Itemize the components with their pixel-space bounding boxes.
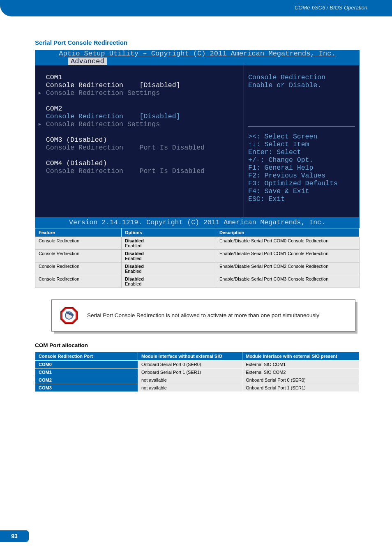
- cell-feature: Console Redirection: [35, 250, 122, 263]
- cell-port: COM1: [35, 368, 138, 376]
- com2-cr-value[interactable]: [Disabled]: [140, 113, 180, 120]
- bios-key-hint: ESC: Exit: [248, 195, 355, 203]
- com1-cr-settings[interactable]: Console Redirection Settings: [46, 89, 160, 97]
- table-row: COM0 Onboard Serial Port 0 (SER0) Extern…: [35, 361, 360, 368]
- options-table: Feature Options Description Console Redi…: [35, 228, 360, 288]
- bios-key-hint: +/-: Change Opt.: [248, 156, 355, 164]
- bios-screenshot: Aptio Setup Utility – Copyright (C) 2011…: [35, 50, 360, 217]
- com1-console-redirection[interactable]: Console Redirection: [46, 81, 123, 89]
- options-th-feature: Feature: [35, 228, 122, 237]
- cell-ext: External SIO COM2: [242, 368, 360, 376]
- note-box: Serial Port Console Redirection is not a…: [51, 299, 355, 332]
- bios-key-hint: F2: Previous Values: [248, 172, 355, 180]
- page-number: 93: [0, 530, 29, 542]
- alloc-th-ext: Module Interface with external SIO prese…: [242, 352, 360, 361]
- options-th-description: Description: [216, 228, 360, 237]
- bios-key-hint: Enter: Select: [248, 148, 355, 156]
- cell-noext: Onboard Serial Port 0 (SER0): [138, 361, 242, 368]
- com3-cr-value: Port Is Disabled: [140, 144, 205, 152]
- bios-tab-advanced[interactable]: Advanced: [68, 58, 107, 65]
- com4-cr-value: Port Is Disabled: [140, 167, 205, 175]
- bios-key-hint: ↑↓: Select Item: [248, 140, 355, 148]
- cell-feature: Console Redirection: [35, 237, 122, 250]
- com2-console-redirection[interactable]: Console Redirection: [46, 113, 123, 120]
- bios-key-hint: F1: General Help: [248, 164, 355, 172]
- cell-port: COM3: [35, 384, 138, 392]
- cell-noext: not available: [138, 376, 242, 384]
- cell-description: Enable/Disable Serial Port COM0 Console …: [216, 237, 360, 250]
- alloc-title: COM Port allocation: [35, 342, 367, 348]
- table-row: Console Redirection DisabledEnabled Enab…: [35, 250, 360, 263]
- com3-label: COM3 (Disabled): [46, 136, 107, 144]
- bios-footer: Version 2.14.1219. Copyright (C) 2011 Am…: [35, 217, 360, 228]
- cell-options: DisabledEnabled: [122, 263, 216, 275]
- cell-noext: Onboard Serial Port 1 (SER1): [138, 368, 242, 376]
- com3-console-redirection: Console Redirection: [46, 144, 123, 152]
- cell-port: COM0: [35, 361, 138, 368]
- cell-options: DisabledEnabled: [122, 275, 216, 288]
- com1-cr-value[interactable]: [Disabled]: [140, 81, 180, 89]
- alloc-table: Console Redirection Port Module Interfac…: [35, 352, 360, 392]
- cell-description: Enable/Disable Serial Port COM2 Console …: [216, 263, 360, 275]
- cell-ext: Onboard Serial Port 1 (SER1): [242, 384, 360, 392]
- breadcrumb: COMe-bSC6 / BIOS Operation: [295, 5, 367, 11]
- table-row: Console Redirection DisabledEnabled Enab…: [35, 237, 360, 250]
- com2-label: COM2: [46, 105, 62, 113]
- bios-key-hint: F3: Optimized Defaults: [248, 180, 355, 187]
- bios-right-panel: Console Redirection Enable or Disable. >…: [244, 65, 359, 217]
- bios-title: Aptio Setup Utility – Copyright (C) 2011…: [35, 50, 359, 58]
- table-row: Console Redirection DisabledEnabled Enab…: [35, 275, 360, 288]
- cell-ext: External SIO COM1: [242, 361, 360, 368]
- stop-icon: [60, 306, 78, 325]
- section-title: Serial Port Console Redirection: [35, 39, 367, 46]
- bios-help-text: Console Redirection Enable or Disable.: [248, 74, 355, 89]
- cell-port: COM2: [35, 376, 138, 384]
- table-row: COM3 not available Onboard Serial Port 1…: [35, 384, 360, 392]
- cell-feature: Console Redirection: [35, 275, 122, 288]
- com1-label: COM1: [46, 74, 62, 81]
- table-row: COM1 Onboard Serial Port 1 (SER1) Extern…: [35, 368, 360, 376]
- bios-left-panel: COM1 Console Redirection [Disabled] ▸ Co…: [35, 65, 244, 217]
- alloc-th-port: Console Redirection Port: [35, 352, 138, 361]
- table-row: COM2 not available Onboard Serial Port 0…: [35, 376, 360, 384]
- com2-cr-settings[interactable]: Console Redirection Settings: [46, 120, 160, 128]
- com4-console-redirection: Console Redirection: [46, 167, 123, 175]
- com4-label: COM4 (Disabled): [46, 159, 107, 167]
- cell-description: Enable/Disable Serial Port COM3 Console …: [216, 275, 360, 288]
- page-content: Serial Port Console Redirection Aptio Se…: [0, 16, 392, 392]
- bios-key-hint: ><: Select Screen: [248, 133, 355, 140]
- cell-ext: Onboard Serial Port 0 (SER0): [242, 376, 360, 384]
- note-text: Serial Port Console Redirection is not a…: [87, 311, 319, 320]
- header-band: COMe-bSC6 / BIOS Operation: [0, 0, 392, 16]
- cell-noext: not available: [138, 384, 242, 392]
- table-row: Console Redirection DisabledEnabled Enab…: [35, 263, 360, 275]
- cell-description: Enable/Disable Serial Port COM1 Console …: [216, 250, 360, 263]
- cell-options: DisabledEnabled: [122, 237, 216, 250]
- alloc-th-noext: Module Interface without external SIO: [138, 352, 242, 361]
- bios-key-hint: F4: Save & Exit: [248, 187, 355, 195]
- cell-options: DisabledEnabled: [122, 250, 216, 263]
- options-th-options: Options: [122, 228, 216, 237]
- cell-feature: Console Redirection: [35, 263, 122, 275]
